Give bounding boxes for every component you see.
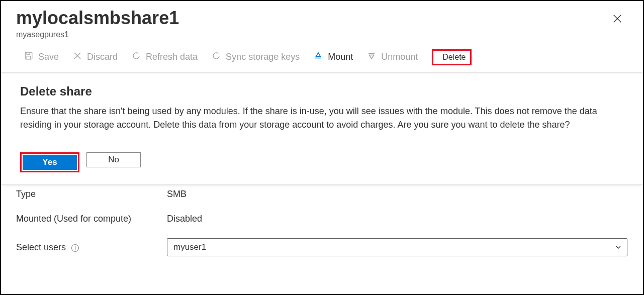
discard-label: Discard bbox=[87, 52, 118, 62]
unmount-label: Unmount bbox=[381, 52, 418, 62]
x-icon bbox=[73, 51, 82, 63]
svg-rect-3 bbox=[27, 56, 31, 59]
sync-icon bbox=[212, 51, 221, 63]
command-bar: Save Discard Refresh data Sync storage k… bbox=[1, 39, 643, 73]
refresh-label: Refresh data bbox=[146, 52, 198, 62]
save-icon bbox=[24, 51, 33, 63]
close-icon[interactable] bbox=[612, 13, 623, 24]
select-users-dropdown[interactable]: myuser1 bbox=[167, 238, 627, 256]
mounted-label: Mounted (Used for compute) bbox=[16, 214, 167, 224]
page-subtitle: myasegpures1 bbox=[16, 30, 643, 39]
save-label: Save bbox=[38, 52, 59, 62]
dialog-title: Delete share bbox=[20, 84, 623, 99]
sync-button[interactable]: Sync storage keys bbox=[212, 51, 300, 63]
select-users-value: myuser1 bbox=[173, 242, 206, 252]
info-icon[interactable]: i bbox=[71, 244, 79, 252]
page-title: mylocalsmbshare1 bbox=[16, 8, 643, 28]
mounted-value: Disabled bbox=[167, 214, 202, 224]
save-button[interactable]: Save bbox=[24, 51, 59, 63]
type-label: Type bbox=[16, 189, 167, 200]
mount-icon bbox=[314, 51, 323, 63]
type-value: SMB bbox=[167, 189, 187, 200]
refresh-button[interactable]: Refresh data bbox=[132, 51, 198, 63]
delete-dialog: Delete share Ensure that the share isn't… bbox=[1, 73, 643, 185]
mount-button[interactable]: Mount bbox=[314, 51, 353, 63]
select-users-label: Select users i bbox=[16, 242, 167, 253]
mount-label: Mount bbox=[328, 52, 353, 62]
share-details: Type SMB Mounted (Used for compute) Disa… bbox=[1, 187, 643, 256]
no-button[interactable]: No bbox=[86, 152, 141, 167]
chevron-down-icon bbox=[614, 243, 622, 251]
yes-button[interactable]: Yes bbox=[23, 155, 77, 170]
delete-label: Delete bbox=[442, 53, 466, 62]
refresh-icon bbox=[132, 51, 141, 63]
dialog-body: Ensure that the share isn't being used b… bbox=[20, 105, 608, 133]
svg-rect-2 bbox=[25, 52, 32, 59]
sync-label: Sync storage keys bbox=[226, 52, 300, 62]
discard-button[interactable]: Discard bbox=[73, 51, 118, 63]
delete-button[interactable]: Delete bbox=[432, 49, 471, 65]
unmount-icon bbox=[367, 51, 376, 63]
unmount-button[interactable]: Unmount bbox=[367, 51, 418, 63]
